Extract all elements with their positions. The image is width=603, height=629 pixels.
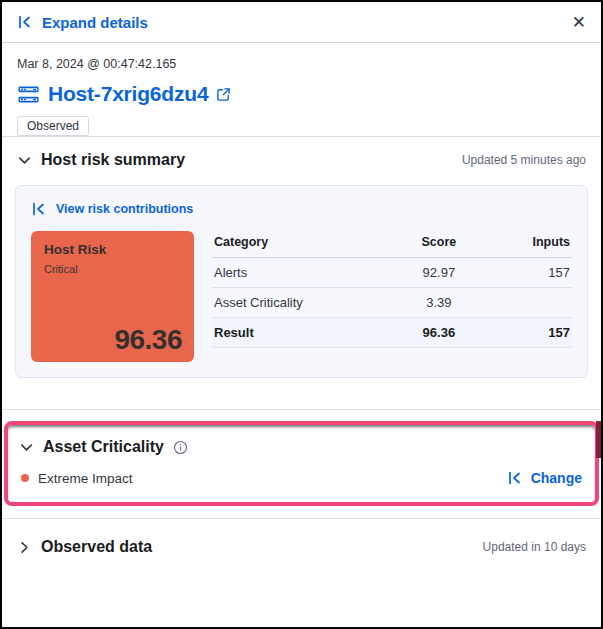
close-icon[interactable]: ✕ [572,14,586,31]
cell-category: Alerts [212,258,393,288]
cell-score: 96.36 [393,318,486,348]
table-row: Alerts 92.97 157 [212,258,572,288]
change-label: Change [531,470,582,486]
risk-category-table: Category Score Inputs Alerts 92.97 157 A… [212,231,572,348]
host-risk-gauge: Host Risk Critical 96.36 [31,231,194,362]
view-risk-contributions-label: View risk contributions [56,202,193,216]
asset-criticality-title: Asset Criticality [43,438,164,456]
external-link-icon[interactable] [216,87,231,102]
host-risk-summary-header: Host risk summary Updated 5 minutes ago [2,137,601,183]
observed-updated-text: Updated in 10 days [483,540,586,554]
host-risk-summary-title: Host risk summary [41,151,185,169]
cell-score: 92.97 [393,258,486,288]
asset-criticality-header: Asset Criticality [19,425,584,464]
host-name-link[interactable]: Host-7xrig6dzu4 [48,82,208,106]
observed-data-header: Observed data Updated in 10 days [2,519,601,575]
observed-status-badge: Observed [17,116,89,136]
cell-inputs: 157 [485,318,572,348]
gauge-title: Host Risk [44,242,181,257]
impact-level-label: Extreme Impact [38,471,133,486]
chevron-right-icon[interactable] [17,540,32,555]
arrow-start-icon [17,14,33,30]
host-details-flyout: Expand details ✕ Mar 8, 2024 @ 00:47:42.… [0,0,603,629]
change-criticality-button[interactable]: Change [507,470,582,486]
table-row-result: Result 96.36 157 [212,318,572,348]
risk-updated-text: Updated 5 minutes ago [462,153,586,167]
cell-inputs: 157 [485,258,572,288]
arrow-start-icon [507,470,523,486]
gauge-level: Critical [44,263,181,275]
divider [2,409,601,410]
chevron-down-icon[interactable] [19,440,34,455]
flyout-header: Expand details ✕ [2,2,601,43]
column-header-score: Score [393,231,486,258]
event-timestamp: Mar 8, 2024 @ 00:47:42.165 [17,57,586,71]
gauge-score: 96.36 [114,324,182,356]
cell-score: 3.39 [393,288,486,318]
view-risk-contributions-button[interactable]: View risk contributions [31,201,193,217]
info-icon[interactable] [173,440,188,455]
column-header-inputs: Inputs [485,231,572,258]
expand-details-button[interactable]: Expand details [17,14,148,31]
impact-dot-icon [21,474,29,482]
column-header-category: Category [212,231,393,258]
scrollbar-thumb[interactable] [596,421,601,458]
risk-summary-card: View risk contributions Host Risk Critic… [15,185,588,378]
storage-icon [17,83,40,106]
expand-details-label: Expand details [42,14,148,31]
asset-criticality-highlight: Asset Criticality Extreme Impact Change [4,421,599,506]
cell-category: Asset Criticality [212,288,393,318]
criticality-level-row: Extreme Impact Change [19,464,584,498]
arrow-start-icon [31,201,47,217]
cell-inputs [485,288,572,318]
table-row: Asset Criticality 3.39 [212,288,572,318]
observed-data-title: Observed data [41,538,152,556]
cell-category: Result [212,318,393,348]
chevron-down-icon[interactable] [17,153,32,168]
